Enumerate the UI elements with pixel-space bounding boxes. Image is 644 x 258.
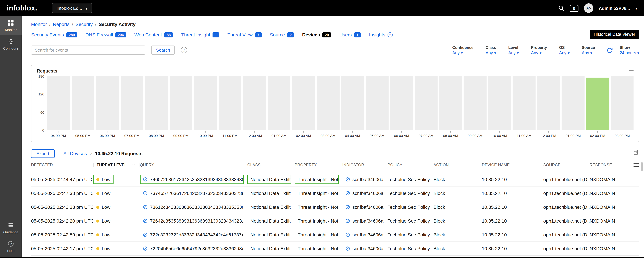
collapse-icon[interactable] bbox=[629, 70, 634, 71]
class-cell-value: Notional Data Exfiltra... bbox=[247, 216, 291, 226]
column-header-response[interactable]: RESPONSE bbox=[590, 163, 630, 167]
export-button[interactable]: Export bbox=[31, 149, 54, 158]
search-button[interactable]: Search bbox=[151, 45, 175, 55]
query-icon[interactable] bbox=[143, 232, 148, 237]
column-header-action[interactable]: ACTION bbox=[434, 163, 482, 167]
popout-icon[interactable] bbox=[634, 150, 638, 155]
breadcrumb-link-monitor[interactable]: Monitor bbox=[31, 22, 47, 27]
x-axis-label: 06:00 AM bbox=[390, 131, 413, 137]
historical-data-viewer-button[interactable]: Historical Data Viewer bbox=[590, 30, 639, 39]
query-icon[interactable] bbox=[143, 191, 148, 196]
table-row[interactable]: 05-05-2025 02:43:33 pm UTCLow73612c34333… bbox=[31, 200, 639, 214]
column-header-threat-level[interactable]: THREAT LEVEL bbox=[93, 163, 140, 167]
show-value-dropdown[interactable]: 24 hours bbox=[620, 51, 639, 55]
threat-low-dot-icon bbox=[96, 233, 99, 236]
column-header-property[interactable]: PROPERTY bbox=[295, 163, 342, 167]
chart-column bbox=[120, 76, 143, 130]
tab-web-content[interactable]: Web Content83 bbox=[134, 32, 173, 37]
chevron-down-icon[interactable] bbox=[636, 5, 637, 11]
filter-value-dropdown[interactable]: Any bbox=[531, 51, 547, 55]
breadcrumb-link-reports[interactable]: Reports bbox=[53, 22, 70, 27]
tab-insights[interactable]: Insights? bbox=[369, 32, 393, 37]
breadcrumb-link-security[interactable]: Security bbox=[76, 22, 92, 27]
app-switcher[interactable]: Infoblox Ed... bbox=[52, 3, 92, 13]
chart-empty-column bbox=[243, 76, 266, 130]
column-header-class[interactable]: CLASS bbox=[247, 163, 295, 167]
sidebar-item-help[interactable]: ? Help bbox=[0, 237, 22, 256]
column-header-indicator[interactable]: INDICATOR bbox=[342, 163, 388, 167]
filter-os: OSAny bbox=[559, 45, 570, 55]
refresh-icon[interactable] bbox=[606, 47, 613, 54]
column-header-source[interactable]: SOURCE bbox=[543, 163, 590, 167]
help-icon[interactable]: ? bbox=[388, 32, 393, 37]
query-icon[interactable] bbox=[143, 177, 148, 182]
monitor-grid-icon bbox=[8, 20, 14, 26]
filter-value-dropdown[interactable]: Any bbox=[452, 51, 473, 55]
filter-value-dropdown[interactable]: Any bbox=[508, 51, 519, 55]
show-selected-value: 24 hours bbox=[620, 51, 636, 55]
tab-count-badge: 1 bbox=[212, 32, 219, 37]
table-row[interactable]: 05-05-2025 02:44:47 pm UTCLow74657263617… bbox=[31, 173, 639, 186]
notification-counter[interactable]: 0 bbox=[570, 4, 578, 12]
column-header-policy[interactable]: POLICY bbox=[388, 163, 434, 167]
all-devices-link[interactable]: All Devices bbox=[63, 151, 87, 156]
tab-devices[interactable]: Devices29 bbox=[302, 32, 331, 37]
sidebar-item-monitor[interactable]: Monitor bbox=[0, 16, 22, 35]
tab-security-events[interactable]: Security Events289 bbox=[31, 32, 77, 37]
avatar[interactable]: A5 bbox=[584, 3, 593, 13]
chart-column bbox=[96, 76, 119, 130]
property-cell-text: Threat Insight - Notio... bbox=[298, 204, 339, 210]
indicator-icon[interactable] bbox=[345, 205, 350, 209]
column-settings-button[interactable] bbox=[630, 163, 639, 167]
table-row[interactable]: 05-05-2025 02:42:20 pm UTCLow72642c35353… bbox=[31, 214, 639, 228]
show-dropdown[interactable]: Show 24 hours bbox=[620, 45, 639, 55]
sidebar-item-guidance[interactable]: Guidance bbox=[0, 219, 22, 237]
sidebar-item-configure[interactable]: Configure bbox=[0, 35, 22, 53]
policy-cell: Techblue Sec Policy bbox=[388, 218, 434, 224]
query-cell: 72204b656e6e6564792c3632332d33362d34363.… bbox=[140, 244, 247, 253]
chart-column bbox=[366, 76, 388, 130]
info-icon[interactable] bbox=[181, 47, 187, 53]
tab-users[interactable]: Users1 bbox=[340, 32, 361, 37]
indicator-icon[interactable] bbox=[345, 177, 350, 182]
action-cell: Block bbox=[434, 177, 482, 182]
column-header-detected[interactable]: DETECTED bbox=[31, 163, 93, 167]
tab-source[interactable]: Source2 bbox=[270, 32, 294, 37]
tab-threat-view[interactable]: Threat View7 bbox=[228, 32, 262, 37]
indicator-icon[interactable] bbox=[345, 232, 350, 237]
search-icon[interactable] bbox=[558, 5, 564, 11]
user-menu[interactable]: Admin 52VJ6... bbox=[599, 5, 630, 11]
query-icon[interactable] bbox=[143, 205, 148, 209]
threat-level-cell: Low bbox=[93, 202, 140, 212]
filter-value-dropdown[interactable]: Any bbox=[582, 51, 595, 55]
table-row[interactable]: 05-05-2025 02:42:59 pm UTCLow722c3232322… bbox=[31, 228, 639, 242]
menu-icon bbox=[634, 163, 638, 167]
filter-value-dropdown[interactable]: Any bbox=[559, 51, 570, 55]
query-icon[interactable] bbox=[143, 246, 148, 251]
filter-value-dropdown[interactable]: Any bbox=[486, 51, 496, 55]
query-icon[interactable] bbox=[143, 219, 148, 223]
class-cell: Notional Data Exfiltra... bbox=[247, 244, 295, 253]
tabs: Security Events289DNS Firewall206Web Con… bbox=[31, 32, 639, 37]
indicator-cell-text: scr.fbaf34606a3c... bbox=[352, 218, 384, 224]
table-scrollbar[interactable] bbox=[641, 162, 643, 171]
indicator-icon[interactable] bbox=[345, 246, 350, 251]
indicator-icon[interactable] bbox=[345, 219, 350, 223]
search-input[interactable] bbox=[31, 45, 145, 55]
indicator-icon[interactable] bbox=[345, 191, 350, 196]
column-header-query[interactable]: QUERY bbox=[140, 163, 247, 167]
sidebar-bottom: Guidance ? Help bbox=[0, 219, 22, 256]
threat-level-text: Low bbox=[102, 246, 110, 251]
table-row[interactable]: 05-05-2025 02:42:17 pm UTCLow72204b656e6… bbox=[31, 242, 639, 256]
table-row[interactable]: 05-05-2025 02:47:33 pm UTCLow73746572636… bbox=[31, 186, 639, 200]
tab-threat-insight[interactable]: Threat Insight1 bbox=[181, 32, 219, 37]
column-header-device-name[interactable]: DEVICE NAME bbox=[482, 163, 543, 167]
property-cell-text: Threat Insight - Notio... bbox=[298, 246, 339, 251]
indicator-cell-text: scr.fbaf34606a3c... bbox=[352, 232, 384, 238]
tab-dns-firewall[interactable]: DNS Firewall206 bbox=[85, 32, 126, 37]
panel-title: Requests bbox=[37, 68, 634, 74]
chart-column bbox=[72, 76, 94, 130]
device-name-cell: 10.35.22.10 bbox=[482, 177, 543, 182]
chevron-down-icon bbox=[638, 51, 639, 55]
query-cell-text: 72204b656e6e6564792c3632332d33362d34363.… bbox=[150, 246, 244, 251]
